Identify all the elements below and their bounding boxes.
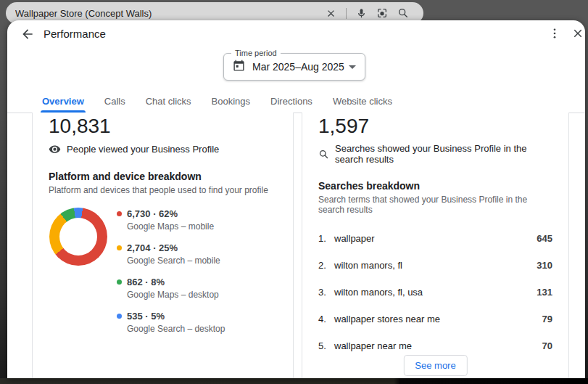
- search-bar-divider: [346, 8, 347, 19]
- search-term-row: 3. wilton manors, fl, usa 131: [318, 279, 552, 306]
- backdrop-bottom-strip: [0, 378, 588, 384]
- legend-dot-search-mobile: [117, 245, 122, 250]
- row-term: wilton manors, fl: [334, 260, 537, 271]
- row-term: wallpaper: [334, 233, 537, 244]
- platform-legend: 6,730 · 62% Google Maps – mobile 2,704 ·…: [117, 208, 225, 334]
- legend-stat: 6,730 · 62%: [127, 208, 178, 219]
- row-count: 79: [542, 314, 552, 324]
- legend-stat: 535 · 5%: [127, 311, 165, 322]
- row-count: 310: [537, 260, 552, 271]
- microphone-icon[interactable]: [356, 8, 367, 19]
- searches-breakdown-subtitle: Search terms that showed your Business P…: [318, 195, 552, 215]
- row-count: 645: [537, 233, 552, 244]
- tab-bookings[interactable]: Bookings: [202, 89, 260, 113]
- row-rank: 3.: [318, 287, 334, 298]
- legend-dot-maps-desktop: [117, 279, 122, 285]
- platform-breakdown-title: Platform and device breakdown: [49, 171, 277, 182]
- row-rank: 2.: [318, 260, 334, 271]
- row-term: wilton manors, fl, usa: [334, 287, 537, 298]
- search-term-row: 1. wallpaper 645: [318, 225, 552, 252]
- calendar-icon: [233, 60, 245, 75]
- legend-label: Google Search – desktop: [127, 324, 225, 334]
- legend-label: Google Maps – mobile: [127, 221, 225, 232]
- time-period-label: Time period: [231, 48, 281, 58]
- searches-caption-text: Searches showed your Business Profile in…: [335, 143, 552, 165]
- row-rank: 1.: [318, 233, 334, 244]
- views-card: 10,831 People viewed your Business Profi…: [32, 113, 294, 378]
- time-period-value: Mar 2025–Aug 2025: [252, 61, 344, 73]
- search-icon[interactable]: [397, 7, 409, 19]
- more-options-icon[interactable]: [548, 27, 563, 41]
- chevron-down-icon: [349, 65, 356, 69]
- views-caption-text: People viewed your Business Profile: [67, 144, 219, 155]
- row-term: wallpaper near me: [334, 340, 542, 351]
- see-more-button[interactable]: See more: [403, 355, 467, 376]
- search-terms-list: 1. wallpaper 645 2. wilton manors, fl 31…: [318, 225, 552, 359]
- searches-caption: Searches showed your Business Profile in…: [318, 143, 552, 165]
- row-rank: 5.: [318, 340, 334, 351]
- row-count: 70: [542, 340, 552, 351]
- legend-dot-search-desktop: [117, 314, 122, 319]
- performance-dialog: Performance Time period Mar 2025–Aug 202…: [7, 20, 585, 378]
- search-term-row: 4. wallpaper stores near me 79: [318, 306, 552, 332]
- searches-breakdown-title: Searches breakdown: [318, 180, 552, 192]
- searches-count: 1,597: [318, 113, 552, 139]
- tab-chat-clicks[interactable]: Chat clicks: [136, 89, 202, 113]
- tab-website-clicks[interactable]: Website clicks: [323, 89, 402, 113]
- legend-item: 2,704 · 25% Google Search – mobile: [117, 242, 225, 266]
- search-query-text[interactable]: Wallpaper Store (Concept Walls): [15, 8, 326, 19]
- lens-camera-icon[interactable]: [376, 7, 388, 19]
- legend-item: 6,730 · 62% Google Maps – mobile: [117, 208, 225, 232]
- platform-breakdown-subtitle: Platform and devices that people used to…: [49, 185, 277, 195]
- page-title: Performance: [44, 28, 106, 40]
- platform-chart-row: 6,730 · 62% Google Maps – mobile 2,704 ·…: [49, 208, 277, 334]
- tab-directions[interactable]: Directions: [260, 89, 323, 113]
- eye-icon: [49, 143, 61, 155]
- dialog-header: Performance: [7, 20, 585, 46]
- clear-search-icon[interactable]: [326, 8, 336, 19]
- legend-dot-maps-mobile: [117, 211, 122, 216]
- back-arrow-icon[interactable]: [20, 27, 35, 41]
- donut-hole: [59, 218, 97, 256]
- legend-stat: 2,704 · 25%: [127, 242, 178, 253]
- legend-label: Google Search – mobile: [127, 256, 225, 266]
- tab-overview[interactable]: Overview: [32, 89, 94, 113]
- tab-bar: Overview Calls Chat clicks Bookings Dire…: [32, 89, 402, 113]
- legend-stat: 862 · 8%: [127, 277, 165, 287]
- row-rank: 4.: [318, 314, 334, 324]
- row-count: 131: [537, 287, 552, 298]
- legend-item: 535 · 5% Google Search – desktop: [117, 311, 225, 334]
- legend-item: 862 · 8% Google Maps – desktop: [117, 277, 225, 300]
- magnifier-icon: [318, 149, 329, 160]
- search-term-row: 2. wilton manors, fl 310: [318, 252, 552, 279]
- legend-label: Google Maps – desktop: [127, 290, 225, 300]
- row-term: wallpaper stores near me: [334, 314, 542, 324]
- time-period-selector[interactable]: Time period Mar 2025–Aug 2025: [223, 53, 365, 81]
- tab-calls[interactable]: Calls: [94, 89, 136, 113]
- views-caption: People viewed your Business Profile: [49, 143, 277, 155]
- close-icon[interactable]: [571, 27, 586, 41]
- platform-donut-chart: [49, 208, 107, 266]
- views-count: 10,831: [49, 113, 277, 139]
- searches-card: 1,597 Searches showed your Business Prof…: [302, 113, 569, 378]
